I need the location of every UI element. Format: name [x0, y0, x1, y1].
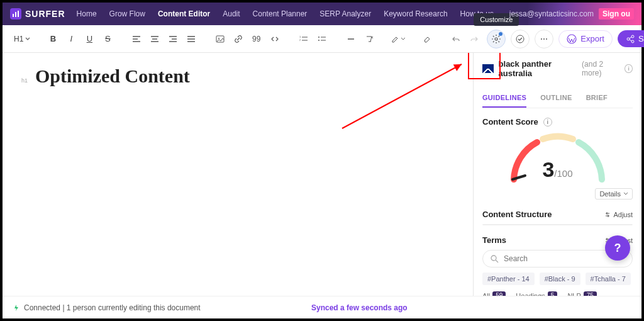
- flag-icon: [482, 64, 494, 73]
- brand[interactable]: SURFER: [10, 8, 65, 20]
- info-icon[interactable]: i: [625, 64, 633, 73]
- sign-out-button[interactable]: Sign ou: [599, 8, 634, 20]
- top-nav: SURFER Home Grow Flow Content Editor Aud…: [3, 3, 641, 25]
- keyword-more[interactable]: (and 2 more): [582, 60, 619, 77]
- svg-point-18: [631, 40, 634, 43]
- chip-black[interactable]: #Black - 9: [540, 273, 580, 285]
- svg-rect-1: [15, 12, 16, 17]
- italic-button[interactable]: I: [62, 30, 80, 48]
- svg-point-20: [491, 256, 496, 261]
- chip-panther[interactable]: #Panther - 14: [482, 273, 535, 285]
- tab-guidelines[interactable]: GUIDELINES: [482, 89, 526, 108]
- editor-area[interactable]: h1 Optimized Content: [3, 53, 473, 296]
- score-gauge: 3/100: [501, 129, 614, 186]
- svg-point-12: [541, 38, 542, 40]
- bold-button[interactable]: B: [44, 30, 62, 48]
- clear-format-button[interactable]: [360, 30, 378, 48]
- quote-button[interactable]: 99: [248, 30, 265, 48]
- code-button[interactable]: [266, 30, 284, 48]
- hr-button[interactable]: [342, 30, 360, 48]
- svg-point-13: [543, 38, 545, 40]
- highlight-button[interactable]: [389, 30, 407, 48]
- link-button[interactable]: [230, 30, 247, 48]
- nav-serp-analyzer[interactable]: SERP Analyzer: [319, 9, 371, 18]
- unordered-list-button[interactable]: [313, 30, 331, 48]
- undo-button[interactable]: [447, 30, 465, 48]
- h1-indicator: h1: [21, 77, 28, 84]
- search-icon: [491, 255, 499, 263]
- tab-brief[interactable]: BRIEF: [586, 89, 608, 108]
- structure-title: Content Structure: [482, 210, 552, 219]
- share-icon: [626, 35, 635, 43]
- user-email[interactable]: jessa@syntacticsinc.com: [509, 9, 594, 18]
- connected-label: Connected: [24, 303, 60, 312]
- brand-icon: [10, 8, 21, 20]
- score-info-icon[interactable]: i: [543, 118, 552, 127]
- structure-adjust-button[interactable]: Adjust: [604, 211, 633, 218]
- svg-point-9: [318, 40, 319, 41]
- nav-content-planner[interactable]: Content Planner: [253, 9, 308, 18]
- align-left-button[interactable]: [128, 30, 145, 48]
- score-value: 3: [542, 157, 554, 181]
- ordered-list-button[interactable]: 12: [295, 30, 313, 48]
- struct-paragraphs: PARAGRAPHS 0↑ at least 67: [553, 225, 597, 225]
- svg-rect-0: [13, 14, 14, 17]
- svg-point-14: [546, 38, 547, 40]
- share-button[interactable]: Share: [618, 30, 644, 47]
- terms-search-input[interactable]: [504, 254, 625, 263]
- nav-content-editor[interactable]: Content Editor: [158, 9, 210, 18]
- details-button[interactable]: Details: [595, 188, 633, 200]
- svg-rect-2: [18, 11, 19, 17]
- struct-words: WORDS 2↑ 9,072–10,433: [483, 225, 518, 225]
- status-bar: Connected | 1 person currently editing t…: [3, 296, 641, 318]
- nav-growflow[interactable]: Grow Flow: [109, 9, 145, 18]
- filter-nlp[interactable]: NLP75: [567, 291, 597, 296]
- strike-button[interactable]: S: [99, 30, 116, 48]
- content-score-title: Content Score i: [482, 117, 633, 127]
- svg-point-16: [627, 38, 630, 40]
- filter-all[interactable]: All59: [482, 291, 506, 296]
- align-center-button[interactable]: [146, 30, 164, 48]
- connected-icon: [13, 304, 20, 312]
- struct-images: IMAGES 0↑ 17–75: [597, 225, 632, 225]
- brand-text: SURFER: [25, 9, 65, 19]
- notification-dot-icon: [499, 32, 502, 36]
- svg-point-17: [631, 35, 634, 38]
- svg-point-8: [318, 37, 319, 38]
- heading-dropdown[interactable]: H1: [11, 35, 33, 43]
- chip-tchalla[interactable]: #Tchalla - 7: [586, 273, 631, 285]
- svg-text:2: 2: [299, 38, 301, 42]
- underline-button[interactable]: U: [80, 30, 98, 48]
- filter-headings[interactable]: Headings5: [516, 291, 557, 296]
- wordpress-icon: [567, 34, 577, 44]
- terms-title: Terms: [482, 235, 506, 245]
- editing-label: 1 person currently editing this document: [67, 303, 201, 312]
- svg-point-10: [495, 38, 497, 40]
- tab-outline[interactable]: OUTLINE: [540, 89, 572, 108]
- nav-keyword-research[interactable]: Keyword Research: [384, 9, 447, 18]
- struct-headings: HEADINGS 0↑ 46–106: [518, 225, 553, 225]
- structure-grid: WORDS 2↑ 9,072–10,433 HEADINGS 0↑ 46–106…: [482, 224, 633, 225]
- customize-button[interactable]: [487, 30, 506, 48]
- nav-home[interactable]: Home: [77, 9, 97, 18]
- editor-toolbar: H1 B I U S 99 12: [3, 25, 641, 53]
- document-title[interactable]: Optimized Content: [35, 65, 190, 87]
- check-button[interactable]: [511, 30, 530, 48]
- export-button[interactable]: Export: [558, 30, 613, 48]
- redo-button[interactable]: [465, 30, 483, 48]
- keyword-text[interactable]: black panther australia: [499, 59, 577, 78]
- align-justify-button[interactable]: [182, 30, 200, 48]
- align-right-button[interactable]: [164, 30, 182, 48]
- eraser-button[interactable]: [418, 30, 436, 48]
- help-fab[interactable]: ?: [605, 235, 630, 261]
- svg-point-11: [516, 35, 524, 43]
- svg-point-4: [218, 38, 219, 39]
- nav-links: Home Grow Flow Content Editor Audit Cont…: [77, 9, 494, 18]
- sync-status: Synced a few seconds ago: [311, 303, 408, 312]
- nav-audit[interactable]: Audit: [223, 9, 240, 18]
- image-button[interactable]: [211, 30, 229, 48]
- score-max: /100: [554, 168, 572, 179]
- more-button[interactable]: [535, 30, 553, 48]
- svg-text:99: 99: [252, 35, 261, 43]
